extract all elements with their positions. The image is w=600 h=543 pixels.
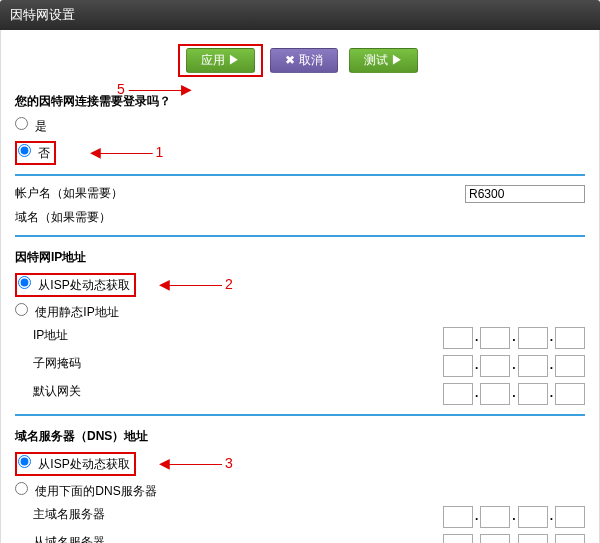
annotation-1: ◀———— 1 bbox=[90, 144, 164, 160]
account-user-row: 帐户名（如果需要） bbox=[15, 182, 585, 206]
login-no-label: 否 bbox=[38, 146, 50, 160]
dns-primary-label: 主域名服务器 bbox=[33, 507, 105, 521]
test-button[interactable]: 测试 ▶ bbox=[349, 48, 418, 73]
apply-highlight: 应用 ▶ bbox=[178, 44, 263, 77]
login-yes-label: 是 bbox=[35, 119, 47, 133]
annotation-5: 5 ————▶ bbox=[117, 81, 191, 97]
dns-dynamic-radio[interactable] bbox=[18, 455, 31, 468]
arrow-icon: ◀———— bbox=[159, 455, 221, 471]
divider bbox=[15, 174, 585, 176]
login-no-highlight: 否 bbox=[15, 141, 56, 165]
account-user-label: 帐户名（如果需要） bbox=[15, 185, 145, 202]
dns-dynamic-highlight: 从ISP处动态获取 bbox=[15, 452, 136, 476]
account-user-input[interactable] bbox=[465, 185, 585, 203]
ip-dynamic-row: 从ISP处动态获取 ◀———— 2 bbox=[15, 270, 585, 300]
ip-gw-label: 默认网关 bbox=[33, 384, 81, 398]
ip-mask-label: 子网掩码 bbox=[33, 356, 81, 370]
ip-section-title: 因特网IP地址 bbox=[15, 243, 585, 270]
ip-static-radio[interactable] bbox=[15, 303, 28, 316]
ip-gw-row: 默认网关 ... bbox=[15, 380, 585, 408]
login-yes-radio[interactable] bbox=[15, 117, 28, 130]
annotation-2: ◀———— 2 bbox=[159, 276, 233, 292]
divider bbox=[15, 235, 585, 237]
dns-secondary-input[interactable]: ... bbox=[443, 534, 585, 543]
ip-addr-input[interactable]: ... bbox=[443, 327, 585, 349]
dns-primary-input[interactable]: ... bbox=[443, 506, 585, 528]
title-text: 因特网设置 bbox=[10, 7, 75, 22]
ip-dynamic-radio[interactable] bbox=[18, 276, 31, 289]
dns-dynamic-row: 从ISP处动态获取 ◀———— 3 bbox=[15, 449, 585, 479]
dns-primary-row: 主域名服务器 ... bbox=[15, 503, 585, 531]
ip-dynamic-label: 从ISP处动态获取 bbox=[38, 278, 129, 292]
login-yes-row: 是 bbox=[15, 114, 585, 138]
content-panel: 5 ————▶ 应用 ▶ ✖ 取消 测试 ▶ 您的因特网连接需要登录吗？ 是 否… bbox=[0, 30, 600, 543]
dns-secondary-row: 从域名服务器 ... bbox=[15, 531, 585, 543]
account-domain-row: 域名（如果需要） bbox=[15, 206, 585, 229]
arrow-icon: ◀———— bbox=[90, 144, 152, 160]
window-titlebar: 因特网设置 bbox=[0, 0, 600, 30]
arrow-icon: ————▶ bbox=[129, 81, 191, 97]
divider bbox=[15, 414, 585, 416]
button-row: 5 ————▶ 应用 ▶ ✖ 取消 测试 ▶ bbox=[15, 38, 585, 87]
ip-mask-row: 子网掩码 ... bbox=[15, 352, 585, 380]
dns-manual-label: 使用下面的DNS服务器 bbox=[35, 484, 156, 498]
ip-gw-input[interactable]: ... bbox=[443, 383, 585, 405]
arrow-icon: ◀———— bbox=[159, 276, 221, 292]
ip-static-label: 使用静态IP地址 bbox=[35, 305, 118, 319]
dns-dynamic-label: 从ISP处动态获取 bbox=[38, 457, 129, 471]
dns-manual-row: 使用下面的DNS服务器 bbox=[15, 479, 585, 503]
account-domain-label: 域名（如果需要） bbox=[15, 209, 145, 226]
annotation-3: ◀———— 3 bbox=[159, 455, 233, 471]
apply-button[interactable]: 应用 ▶ bbox=[186, 48, 255, 73]
ip-static-row: 使用静态IP地址 bbox=[15, 300, 585, 324]
cancel-button[interactable]: ✖ 取消 bbox=[270, 48, 337, 73]
ip-addr-label: IP地址 bbox=[33, 328, 68, 342]
login-no-radio[interactable] bbox=[18, 144, 31, 157]
dns-secondary-label: 从域名服务器 bbox=[33, 535, 105, 543]
dns-manual-radio[interactable] bbox=[15, 482, 28, 495]
dns-section-title: 域名服务器（DNS）地址 bbox=[15, 422, 585, 449]
login-question: 您的因特网连接需要登录吗？ bbox=[15, 87, 585, 114]
ip-mask-input[interactable]: ... bbox=[443, 355, 585, 377]
ip-addr-row: IP地址 ... bbox=[15, 324, 585, 352]
ip-dynamic-highlight: 从ISP处动态获取 bbox=[15, 273, 136, 297]
login-no-row: 否 ◀———— 1 bbox=[15, 138, 585, 168]
